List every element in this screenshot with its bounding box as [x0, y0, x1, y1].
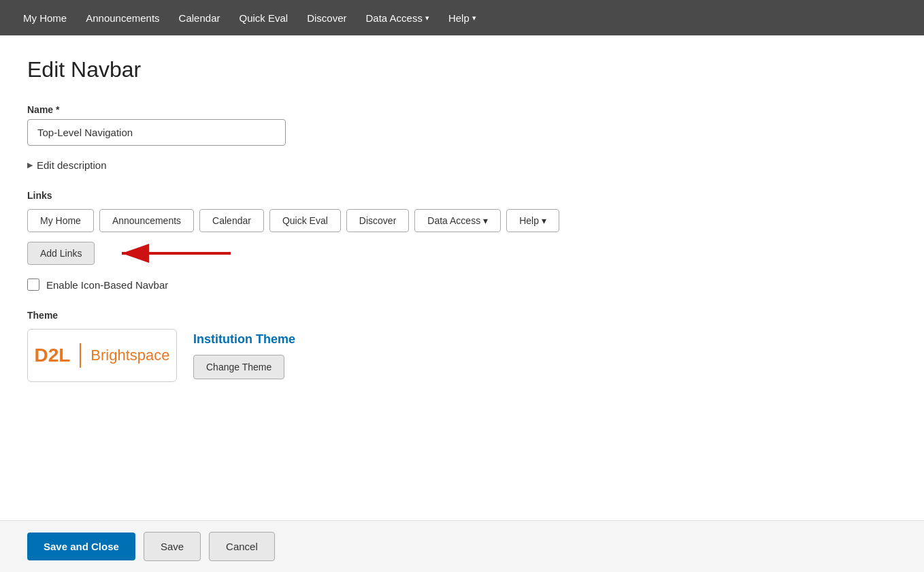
link-button-discover[interactable]: Discover [346, 209, 409, 232]
d2l-logo-brightspace-text: Brightspace [90, 347, 169, 364]
edit-description-toggle[interactable]: ▶ Edit description [27, 159, 897, 171]
name-field-group: Name * [27, 104, 897, 146]
links-label: Links [27, 190, 897, 201]
theme-row: D2L Brightspace Institution Theme Change… [27, 329, 897, 382]
links-section: Links My Home Announcements Calendar Qui… [27, 190, 897, 265]
d2l-logo-divider [80, 343, 81, 368]
name-label: Name * [27, 104, 897, 115]
chevron-down-icon: ▾ [542, 215, 546, 226]
link-button-calendar[interactable]: Calendar [199, 209, 264, 232]
name-input[interactable] [27, 119, 286, 146]
expand-arrow-icon: ▶ [27, 161, 33, 170]
chevron-down-icon: ▾ [472, 14, 476, 22]
nav-item-data-access[interactable]: Data Access ▾ [357, 0, 439, 35]
theme-section: Theme D2L Brightspace Institution Theme … [27, 310, 897, 382]
page-title: Edit Navbar [27, 57, 897, 82]
icon-navbar-label[interactable]: Enable Icon-Based Navbar [46, 279, 168, 291]
link-button-data-access[interactable]: Data Access ▾ [414, 209, 501, 232]
chevron-down-icon: ▾ [425, 14, 429, 22]
theme-card: D2L Brightspace [27, 329, 177, 382]
link-button-my-home[interactable]: My Home [27, 209, 94, 232]
links-row: My Home Announcements Calendar Quick Eva… [27, 209, 897, 232]
theme-card-content: D2L Brightspace [34, 343, 169, 368]
icon-navbar-checkbox[interactable] [27, 279, 39, 291]
edit-description-label: Edit description [37, 159, 107, 171]
add-links-row: Add Links [27, 242, 897, 265]
add-links-button[interactable]: Add Links [27, 242, 95, 265]
top-navbar: My Home Announcements Calendar Quick Eva… [0, 0, 924, 35]
institution-theme-title: Institution Theme [193, 332, 295, 347]
main-content: Edit Navbar Name * ▶ Edit description Li… [0, 35, 924, 484]
theme-label: Theme [27, 310, 897, 321]
nav-item-my-home[interactable]: My Home [14, 0, 76, 35]
nav-item-calendar[interactable]: Calendar [169, 0, 230, 35]
link-button-help[interactable]: Help ▾ [506, 209, 559, 232]
link-button-announcements[interactable]: Announcements [99, 209, 194, 232]
nav-item-discover[interactable]: Discover [297, 0, 356, 35]
link-button-quick-eval[interactable]: Quick Eval [269, 209, 341, 232]
nav-item-announcements[interactable]: Announcements [76, 0, 169, 35]
nav-item-help[interactable]: Help ▾ [439, 0, 486, 35]
chevron-down-icon: ▾ [483, 215, 488, 226]
icon-navbar-checkbox-row: Enable Icon-Based Navbar [27, 279, 897, 291]
change-theme-button[interactable]: Change Theme [193, 355, 284, 379]
theme-info-column: Institution Theme Change Theme [193, 332, 295, 379]
red-arrow-indicator [108, 244, 231, 263]
nav-item-quick-eval[interactable]: Quick Eval [229, 0, 297, 35]
d2l-logo-d2l-text: D2L [34, 345, 70, 366]
